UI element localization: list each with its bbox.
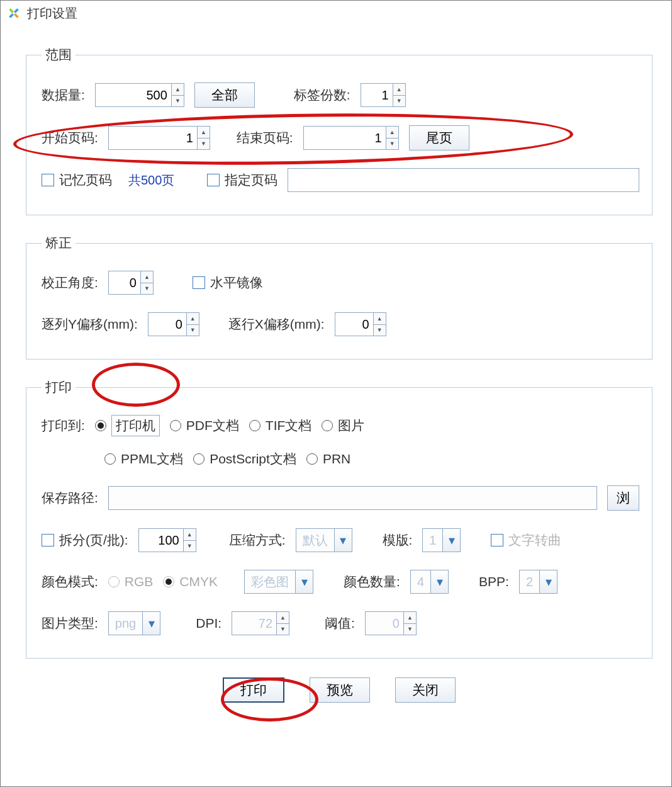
specify-page-label: 指定页码 — [225, 171, 277, 189]
spin-up-icon[interactable]: ▲ — [198, 127, 210, 139]
compress-combo: 默认 ▾ — [296, 528, 352, 552]
print-group: 打印 打印到: 打印机 PDF文档 TIF文档 图片 — [26, 378, 652, 659]
x-offset-spin[interactable]: ▲▼ — [335, 312, 386, 336]
angle-label: 校正角度: — [42, 274, 98, 292]
radio-tif-label: TIF文档 — [266, 417, 312, 434]
spin-buttons[interactable]: ▲▼ — [386, 127, 398, 149]
label-copies-label: 标签份数: — [294, 86, 350, 104]
text-rotate-checkbox[interactable]: 文字转曲 — [491, 531, 561, 549]
radio-pdf[interactable]: PDF文档 — [170, 417, 239, 434]
spin-down-icon: ▼ — [277, 624, 289, 635]
radio-printer[interactable]: 打印机 — [95, 415, 160, 436]
last-page-button[interactable]: 尾页 — [409, 125, 469, 150]
angle-input[interactable] — [109, 271, 140, 294]
spin-up-icon[interactable]: ▲ — [141, 271, 153, 283]
radio-icon — [108, 576, 120, 587]
end-page-input[interactable] — [304, 127, 386, 149]
spin-buttons[interactable]: ▲▼ — [186, 313, 199, 336]
bpp-label: BPP: — [479, 574, 509, 589]
spin-up-icon[interactable]: ▲ — [184, 529, 196, 541]
radio-tif[interactable]: TIF文档 — [249, 417, 312, 434]
spin-up-icon[interactable]: ▲ — [187, 313, 199, 325]
split-input[interactable] — [139, 529, 183, 552]
spin-buttons: ▲▼ — [276, 612, 289, 635]
print-settings-window: 打印设置 范围 数据量: ▲▼ 全部 标签份数: ▲▼ 开始页码: — [0, 0, 672, 787]
end-page-spin[interactable]: ▲▼ — [303, 126, 399, 150]
label-copies-spin[interactable]: ▲▼ — [361, 83, 406, 107]
radio-image[interactable]: 图片 — [322, 417, 364, 434]
chevron-down-icon: ▾ — [539, 570, 557, 593]
spin-up-icon: ▲ — [404, 612, 416, 624]
spin-buttons[interactable]: ▲▼ — [171, 84, 184, 106]
split-checkbox[interactable]: 拆分(页/批): — [42, 531, 128, 549]
specify-page-input[interactable] — [288, 168, 639, 192]
radio-image-label: 图片 — [338, 417, 364, 434]
radio-icon — [170, 420, 181, 431]
radio-icon — [322, 420, 333, 431]
spin-down-icon[interactable]: ▼ — [198, 139, 210, 150]
radio-ppml-label: PPML文档 — [121, 450, 183, 468]
spin-up-icon[interactable]: ▲ — [374, 313, 386, 325]
color-count-combo: 4 ▾ — [410, 570, 449, 594]
all-button[interactable]: 全部 — [194, 82, 255, 108]
remember-page-checkbox[interactable]: 记忆页码 — [42, 171, 112, 189]
spin-buttons: ▲▼ — [403, 612, 416, 635]
mirror-checkbox[interactable]: 水平镜像 — [193, 274, 263, 292]
spin-buttons[interactable]: ▲▼ — [140, 271, 153, 294]
spin-up-icon[interactable]: ▲ — [393, 84, 405, 96]
spin-down-icon[interactable]: ▼ — [172, 96, 184, 107]
start-page-input[interactable] — [109, 127, 197, 149]
spin-buttons[interactable]: ▲▼ — [393, 84, 405, 106]
threshold-input — [366, 612, 403, 635]
data-count-input[interactable] — [96, 84, 171, 106]
remember-page-label: 记忆页码 — [59, 171, 112, 189]
radio-prn[interactable]: PRN — [306, 451, 350, 467]
spin-up-icon[interactable]: ▲ — [172, 84, 184, 96]
close-button[interactable]: 关闭 — [395, 677, 456, 703]
bpp-combo: 2 ▾ — [519, 570, 557, 594]
start-page-spin[interactable]: ▲▼ — [108, 126, 210, 150]
image-type-value: png — [109, 612, 142, 635]
checkbox-icon — [207, 174, 220, 186]
color-count-label: 颜色数量: — [344, 573, 400, 591]
compress-label: 压缩方式: — [229, 531, 286, 549]
browse-button[interactable]: 浏 — [607, 485, 639, 511]
specify-page-checkbox[interactable]: 指定页码 — [207, 171, 277, 189]
spin-down-icon[interactable]: ▼ — [386, 139, 398, 150]
label-copies-input[interactable] — [361, 84, 393, 106]
start-page-label: 开始页码: — [42, 129, 98, 147]
spin-down-icon[interactable]: ▼ — [141, 283, 153, 295]
checkbox-icon — [42, 174, 54, 186]
radio-rgb: RGB — [108, 574, 154, 589]
spin-up-icon[interactable]: ▲ — [386, 127, 398, 139]
y-offset-input[interactable] — [148, 313, 186, 336]
angle-spin[interactable]: ▲▼ — [108, 271, 154, 295]
image-type-combo: png ▾ — [108, 611, 160, 635]
spin-down-icon[interactable]: ▼ — [187, 325, 199, 336]
x-offset-input[interactable] — [335, 313, 373, 336]
y-offset-spin[interactable]: ▲▼ — [148, 312, 199, 336]
save-path-label: 保存路径: — [42, 489, 98, 507]
spin-down-icon[interactable]: ▼ — [393, 96, 405, 107]
checkbox-icon — [491, 534, 503, 546]
radio-rgb-label: RGB — [125, 574, 154, 589]
correction-group: 矫正 校正角度: ▲▼ 水平镜像 逐列Y偏移(mm): ▲▼ — [26, 234, 652, 360]
radio-ppml[interactable]: PPML文档 — [104, 450, 183, 468]
template-value: 1 — [423, 529, 442, 552]
svg-rect-3 — [14, 13, 19, 18]
threshold-spin: ▲▼ — [365, 611, 417, 635]
split-spin[interactable]: ▲▼ — [138, 528, 196, 552]
spin-buttons[interactable]: ▲▼ — [197, 127, 210, 149]
radio-printer-label: 打印机 — [111, 415, 160, 436]
radio-icon — [193, 453, 204, 465]
radio-postscript[interactable]: PostScript文档 — [193, 450, 296, 468]
svg-rect-2 — [9, 8, 14, 13]
print-button[interactable]: 打印 — [223, 677, 284, 703]
preview-button[interactable]: 预览 — [310, 677, 370, 703]
spin-buttons[interactable]: ▲▼ — [373, 313, 386, 336]
spin-down-icon[interactable]: ▼ — [374, 325, 386, 336]
spin-buttons[interactable]: ▲▼ — [183, 529, 196, 552]
spin-down-icon[interactable]: ▼ — [184, 541, 196, 552]
data-count-spin[interactable]: ▲▼ — [95, 83, 184, 107]
print-target-label: 打印到: — [42, 417, 85, 434]
